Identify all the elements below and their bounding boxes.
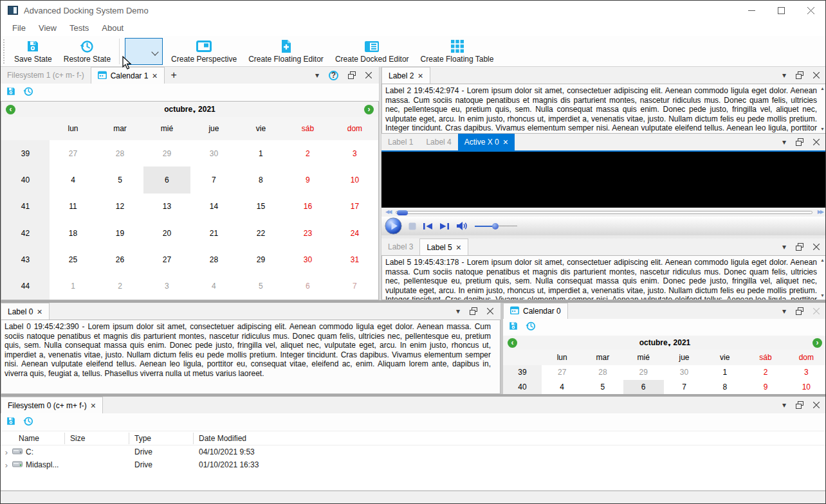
calendar-day-cell[interactable]: 10 [331, 166, 378, 193]
calendar-day-cell[interactable]: 3 [331, 140, 378, 166]
calendar-day-cell[interactable]: 7 [664, 380, 704, 395]
table-row[interactable]: ›C:Drive04/10/2021 9:53 [1, 446, 826, 458]
calendar-day-cell[interactable]: 10 [786, 380, 826, 395]
close-icon[interactable] [813, 244, 820, 250]
tab-close-icon[interactable]: × [503, 138, 508, 147]
volume-icon[interactable] [456, 221, 468, 231]
menu-file[interactable]: File [6, 23, 32, 33]
rewind-icon[interactable]: ◀◀ [385, 210, 390, 215]
help-icon[interactable]: ? [329, 71, 338, 80]
calendar-day-cell[interactable]: 13 [143, 194, 190, 220]
calendar-day-cell[interactable]: 21 [190, 220, 237, 246]
float-icon[interactable] [470, 307, 477, 315]
create-floating-editor-button[interactable]: Create Floating Editor [243, 37, 329, 66]
calendar-day-cell[interactable]: 2 [96, 273, 143, 300]
play-button[interactable] [385, 217, 402, 235]
save-icon[interactable] [508, 321, 519, 334]
calendar-day-cell[interactable]: 30 [284, 246, 331, 273]
calendar-day-cell[interactable]: 1 [237, 140, 284, 166]
calendar-day-cell[interactable]: 4 [190, 273, 237, 300]
create-docked-editor-button[interactable]: Create Docked Editor [329, 37, 415, 66]
dropdown-arrow-icon[interactable]: ▾ [782, 138, 786, 146]
history-restore-icon[interactable] [23, 86, 33, 99]
calendar-day-cell[interactable]: 11 [50, 194, 96, 220]
month-label[interactable]: octubre [639, 338, 668, 347]
calendar-widget[interactable]: ‹octubre▾ 2021›lunmarmiéjueviesábdom3927… [503, 336, 826, 394]
column-header-size[interactable]: Size [65, 434, 129, 443]
calendar-day-cell[interactable]: 27 [143, 246, 190, 273]
tab-label2[interactable]: Label 2 × [381, 67, 430, 84]
seek-slider[interactable] [396, 211, 812, 214]
calendar-day-cell[interactable]: 26 [96, 246, 143, 273]
calendar-day-cell[interactable]: 18 [50, 220, 96, 246]
tab-label5[interactable]: Label 5 × [419, 239, 468, 255]
tab-filesystem1[interactable]: Filesystem 1 (c+ m- f-) [1, 67, 91, 84]
calendar-day-cell[interactable]: 8 [237, 166, 284, 193]
month-dropdown-icon[interactable]: ▾ [668, 343, 672, 347]
stop-button[interactable] [408, 222, 416, 230]
close-icon[interactable] [813, 402, 820, 408]
close-button[interactable] [796, 1, 825, 20]
calendar-day-cell[interactable]: 7 [190, 166, 237, 193]
history-restore-icon[interactable] [526, 321, 536, 334]
calendar-day-cell[interactable]: 28 [582, 365, 623, 380]
close-icon[interactable] [813, 72, 820, 78]
column-header-name[interactable]: Name [1, 434, 64, 443]
table-row[interactable]: ›Midaspl...Drive01/10/2021 16:33 [1, 458, 826, 471]
tab-close-icon[interactable]: × [418, 71, 423, 80]
calendar-day-cell[interactable]: 5 [96, 166, 143, 193]
tab-calendar0[interactable]: Calendar 0 [503, 303, 568, 319]
calendar-day-cell[interactable]: 6 [623, 380, 664, 395]
tab-filesystem0[interactable]: Filesystem 0 (c+ m+ f-) × [1, 397, 103, 413]
dropdown-arrow-icon[interactable]: ▾ [782, 307, 786, 315]
calendar-day-cell[interactable]: 12 [96, 194, 143, 220]
create-floating-table-button[interactable]: Create Floating Table [415, 37, 500, 66]
dropdown-arrow-icon[interactable]: ▾ [456, 307, 460, 315]
calendar-day-cell[interactable]: 14 [190, 194, 237, 220]
year-label[interactable]: 2021 [674, 338, 691, 347]
previous-track-button[interactable] [423, 222, 433, 230]
calendar-day-cell[interactable]: 2 [745, 365, 785, 380]
expand-chevron-icon[interactable]: › [1, 460, 12, 470]
save-state-button[interactable]: Save State [8, 37, 58, 66]
calendar-day-cell[interactable]: 31 [331, 246, 378, 273]
close-icon[interactable] [365, 72, 372, 78]
calendar-day-cell[interactable]: 29 [237, 246, 284, 273]
close-icon[interactable] [487, 308, 493, 314]
float-icon[interactable] [348, 71, 356, 79]
toolbar-drag-handle[interactable] [3, 39, 5, 64]
seek-thumb[interactable] [397, 210, 408, 215]
scroll-up-icon[interactable]: ▲ [820, 258, 825, 262]
calendar-day-cell[interactable]: 23 [284, 220, 331, 246]
calendar-day-cell[interactable]: 9 [745, 380, 785, 395]
tab-label3[interactable]: Label 3 [381, 239, 419, 255]
column-header-type[interactable]: Type [129, 434, 193, 443]
calendar-day-cell[interactable]: 2 [284, 140, 331, 166]
dropdown-arrow-icon[interactable]: ▾ [782, 71, 786, 79]
calendar-day-cell[interactable]: 29 [143, 140, 190, 166]
calendar-day-cell[interactable]: 6 [284, 273, 331, 300]
calendar-day-cell[interactable]: 22 [237, 220, 284, 246]
tab-label0[interactable]: Label 0 × [1, 303, 50, 320]
volume-slider[interactable] [475, 223, 517, 230]
fast-forward-icon[interactable]: ▶▶ [818, 210, 823, 215]
close-icon[interactable] [813, 308, 820, 314]
calendar-day-cell[interactable]: 6 [143, 166, 190, 193]
year-label[interactable]: 2021 [198, 105, 216, 114]
calendar-day-cell[interactable]: 24 [331, 220, 378, 246]
calendar-day-cell[interactable]: 25 [50, 246, 96, 273]
calendar-day-cell[interactable]: 16 [284, 194, 331, 220]
calendar-day-cell[interactable]: 4 [50, 166, 96, 193]
volume-thumb[interactable] [492, 223, 499, 230]
float-icon[interactable] [796, 71, 803, 79]
tab-close-icon[interactable]: × [456, 243, 461, 252]
tab-close-icon[interactable]: × [91, 401, 96, 410]
maximize-button[interactable] [766, 1, 796, 20]
calendar-day-cell[interactable]: 7 [331, 273, 378, 300]
calendar-day-cell[interactable]: 30 [190, 140, 237, 166]
scroll-up-icon[interactable]: ▲ [820, 86, 825, 91]
save-icon[interactable] [6, 86, 16, 99]
scroll-down-icon[interactable]: ▼ [820, 293, 825, 298]
history-restore-icon[interactable] [23, 416, 33, 429]
tab-activex0[interactable]: Active X 0 × [458, 134, 515, 150]
